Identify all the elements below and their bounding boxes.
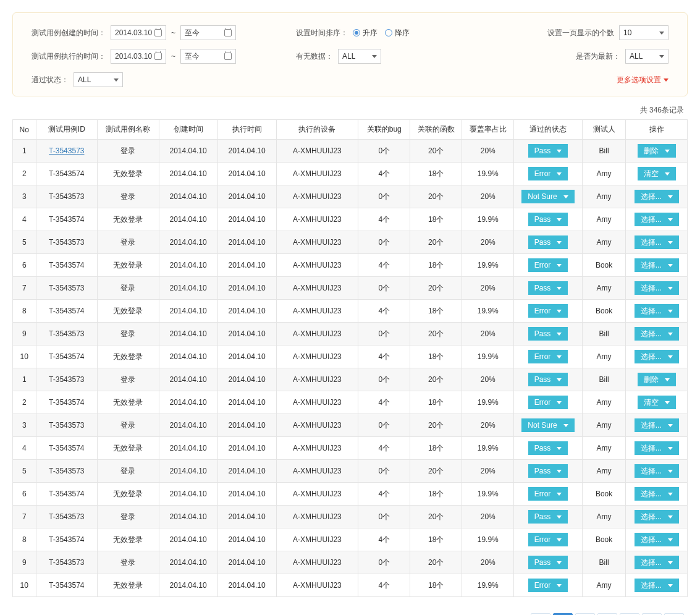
executed-to-input[interactable]: 至今 (180, 49, 236, 64)
cell-cov: 20% (462, 368, 514, 391)
table-row: 10T-3543574无效登录2014.04.102014.04.10A-XMH… (13, 574, 688, 597)
action-dropdown[interactable]: 清空 (638, 396, 676, 409)
cell-cov: 20% (462, 277, 514, 300)
state-dropdown[interactable]: Pass (528, 373, 568, 386)
action-dropdown[interactable]: 删除 (638, 373, 676, 386)
state-dropdown[interactable]: Error (528, 579, 568, 592)
state-dropdown[interactable]: Error (528, 396, 568, 409)
cell-bug: 4个 (358, 300, 410, 323)
cell-cdate: 2014.04.10 (159, 346, 217, 368)
cell-state: Error (514, 391, 583, 414)
cell-name: 登录 (98, 506, 159, 528)
cell-state: Pass (514, 231, 583, 254)
testcase-id-link[interactable]: T-3543573 (49, 146, 84, 155)
cell-tester: Book (582, 300, 626, 323)
state-dropdown[interactable]: Pass (528, 441, 568, 455)
cell-state: Not Sure (514, 185, 583, 208)
cell-cov: 19.9% (462, 574, 514, 597)
action-dropdown[interactable]: 选择... (635, 213, 679, 226)
cell-fn: 20个 (410, 277, 462, 300)
cell-id: T-3543573 (36, 277, 97, 300)
cell-tester: Amy (582, 460, 626, 483)
chevron-down-icon (557, 287, 562, 290)
col-header: 执行的设备 (276, 120, 358, 140)
state-dropdown[interactable]: Error (528, 487, 568, 501)
sort-asc-radio[interactable]: 升序 (353, 28, 377, 38)
table-row: 3T-3543573登录2014.04.102014.04.10A-XMHUUI… (13, 414, 688, 437)
cell-name: 登录 (98, 460, 159, 483)
state-dropdown[interactable]: Not Sure (521, 418, 574, 432)
state-dropdown[interactable]: Not Sure (521, 190, 574, 203)
cell-state: Error (514, 300, 583, 323)
state-dropdown[interactable]: Error (528, 350, 568, 363)
cell-state: Not Sure (514, 414, 583, 437)
action-dropdown[interactable]: 选择... (635, 441, 679, 455)
state-dropdown[interactable]: Pass (528, 281, 568, 295)
cell-name: 无效登录 (98, 483, 159, 506)
state-label: Error (534, 535, 551, 544)
cell-cdate: 2014.04.10 (159, 437, 217, 460)
state-label: Pass (534, 238, 551, 247)
cell-cdate: 2014.04.10 (159, 208, 217, 231)
state-dropdown[interactable]: Pass (528, 464, 568, 478)
executed-from-input[interactable]: 2014.03.10 (111, 49, 166, 64)
action-dropdown[interactable]: 选择... (635, 190, 679, 203)
cell-name: 登录 (98, 551, 159, 574)
action-dropdown[interactable]: 选择... (635, 487, 679, 501)
state-dropdown[interactable]: Pass (528, 510, 568, 524)
cell-id: T-3543574 (36, 437, 97, 460)
state-dropdown[interactable]: Error (528, 304, 568, 318)
more-options-toggle[interactable]: 更多选项设置 (617, 75, 668, 85)
action-dropdown[interactable]: 选择... (635, 533, 679, 546)
cell-cov: 19.9% (462, 437, 514, 460)
cell-state: Pass (514, 140, 583, 163)
cell-device: A-XMHUUIJ23 (276, 483, 358, 506)
sort-desc-radio[interactable]: 降序 (385, 28, 410, 38)
pass-state-select[interactable]: ALL (74, 72, 123, 87)
calendar-icon (224, 53, 232, 60)
action-label: 选择... (641, 466, 662, 477)
action-dropdown[interactable]: 清空 (638, 167, 676, 180)
chevron-down-icon (557, 218, 562, 221)
state-dropdown[interactable]: Pass (528, 556, 568, 569)
action-dropdown[interactable]: 选择... (635, 579, 679, 592)
cell-fn: 20个 (410, 323, 462, 346)
action-dropdown[interactable]: 选择... (635, 350, 679, 363)
cell-no: 1 (13, 368, 36, 391)
action-dropdown[interactable]: 选择... (635, 464, 679, 478)
page-size-label: 设置一页显示的个数 (547, 28, 614, 38)
state-dropdown[interactable]: Error (528, 167, 568, 180)
state-dropdown[interactable]: Pass (528, 235, 568, 249)
cell-device: A-XMHUUIJ23 (276, 208, 358, 231)
cell-edate: 2014.04.10 (217, 346, 276, 368)
state-dropdown[interactable]: Pass (528, 327, 568, 341)
created-to-input[interactable]: 至今 (180, 25, 236, 40)
action-dropdown[interactable]: 选择... (635, 556, 679, 569)
action-dropdown[interactable]: 选择... (635, 281, 679, 295)
state-dropdown[interactable]: Pass (528, 144, 568, 158)
action-dropdown[interactable]: 选择... (635, 418, 679, 432)
cell-cov: 19.9% (462, 528, 514, 551)
cell-name: 登录 (98, 323, 159, 346)
is-latest-select[interactable]: ALL (625, 49, 668, 64)
created-from-input[interactable]: 2014.03.10 (111, 25, 166, 40)
cell-no: 4 (13, 208, 36, 231)
cell-cdate: 2014.04.10 (159, 163, 217, 185)
cell-device: A-XMHUUIJ23 (276, 437, 358, 460)
action-dropdown[interactable]: 选择... (635, 258, 679, 272)
cell-bug: 4个 (358, 437, 410, 460)
state-dropdown[interactable]: Pass (528, 213, 568, 226)
action-dropdown[interactable]: 删除 (638, 144, 676, 158)
state-dropdown[interactable]: Error (528, 533, 568, 546)
cell-action: 选择... (626, 414, 688, 437)
action-dropdown[interactable]: 选择... (635, 235, 679, 249)
action-dropdown[interactable]: 选择... (635, 304, 679, 318)
chevron-down-icon (668, 195, 673, 198)
has-data-select[interactable]: ALL (338, 49, 381, 64)
action-dropdown[interactable]: 选择... (635, 510, 679, 524)
cell-id: T-3543573 (36, 414, 97, 437)
state-dropdown[interactable]: Error (528, 258, 568, 272)
state-label: Not Sure (528, 421, 557, 430)
page-size-select[interactable]: 10 (619, 25, 668, 40)
action-dropdown[interactable]: 选择... (635, 327, 679, 341)
